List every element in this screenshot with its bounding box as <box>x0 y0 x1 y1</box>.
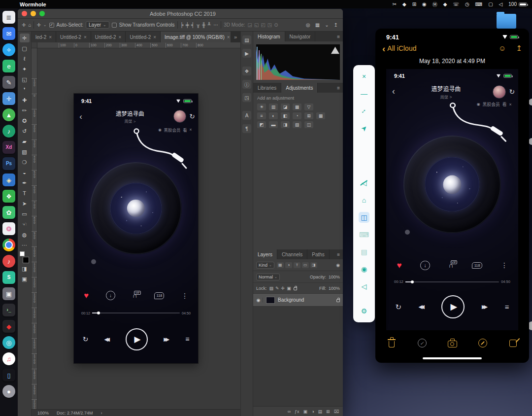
layer-effects-icon[interactable]: ƒx <box>295 409 299 414</box>
volume-icon[interactable]: ◁ <box>359 281 369 292</box>
align-bottom-icon[interactable]: ╨ <box>207 22 211 28</box>
comments-button[interactable]: 118 <box>154 292 164 299</box>
close-tab-icon[interactable]: × <box>227 35 230 40</box>
panel-tab[interactable]: Layers <box>253 249 277 259</box>
dock-terminal[interactable]: ›_ <box>2 304 15 316</box>
3d-slide-icon[interactable]: ◳ <box>267 22 272 28</box>
edit-toolbar-icon[interactable]: ⋯ <box>20 241 30 249</box>
trash-icon[interactable] <box>385 337 398 349</box>
align-center-h-icon[interactable]: ╪ <box>186 22 189 28</box>
dodge-tool[interactable]: ◒ <box>20 168 30 177</box>
close-tab-icon[interactable]: × <box>84 35 87 40</box>
canvas-pasteboard[interactable]: 9:41 ‹ 遗梦追寻曲 <box>37 48 240 409</box>
screen-mirror-icon[interactable]: ◫ <box>359 212 369 223</box>
curves-icon[interactable]: ◪ <box>281 104 290 110</box>
selective-color-icon[interactable]: ◫ <box>304 121 313 128</box>
layer-name[interactable]: Background <box>278 297 333 303</box>
show-transform-checkbox[interactable] <box>112 23 117 28</box>
workspace-caret-icon[interactable]: ⌄ <box>325 22 329 28</box>
marquee-tool[interactable]: ▢ <box>20 44 30 53</box>
filter-smart-icon[interactable]: ◨ <box>310 262 317 268</box>
dock-netease-music[interactable]: ♪ <box>2 255 15 268</box>
document-tab[interactable]: led-2 × <box>32 32 56 42</box>
color-balance-icon[interactable]: ◐ <box>269 112 278 119</box>
opacity-value[interactable]: 100% <box>329 275 340 279</box>
phone-icon[interactable]: ☏ <box>453 1 459 7</box>
close-window-button[interactable] <box>22 11 27 16</box>
link-layers-icon[interactable]: ∞ <box>288 409 291 414</box>
vibrance-icon[interactable]: ▽ <box>304 104 313 110</box>
download-button[interactable]: ↓ <box>106 291 115 300</box>
home-icon[interactable]: ⌂ <box>359 195 369 206</box>
photo-view[interactable]: 9:41 ‹ 遗梦追寻曲 周棨 > ↻ <box>375 67 529 332</box>
sound-quality-button[interactable]: ∩VIP <box>133 292 137 299</box>
keyboard-icon[interactable]: ⌨ <box>359 229 369 240</box>
dock-wechat[interactable]: ❖ <box>2 190 15 203</box>
dock-gray-app[interactable]: ▣ <box>2 287 15 300</box>
channel-mixer-icon[interactable]: ⊞ <box>304 112 313 119</box>
photo-filter-icon[interactable]: ◔ <box>293 112 301 119</box>
scissors-icon[interactable]: ✂ <box>393 1 397 7</box>
quick-mask-icon[interactable]: ◨ <box>20 264 30 273</box>
eyedropper-tool[interactable]: ❜ <box>20 85 30 94</box>
dock-youdao[interactable]: ✿ <box>2 206 15 219</box>
clone-stamp-tool[interactable]: ✪ <box>20 116 30 125</box>
dock-photoshop[interactable]: Ps <box>2 157 15 170</box>
dock-teal-circle-app[interactable]: ◎ <box>2 336 15 349</box>
panel-menu-icon[interactable]: ≡ <box>334 34 343 39</box>
panel-menu-icon[interactable]: ≡ <box>334 85 343 91</box>
back-chevron-icon[interactable]: ‹ <box>382 44 385 53</box>
dock-green-circle-app[interactable]: ▲ <box>2 108 15 121</box>
move-tool[interactable]: ✛ <box>20 34 30 42</box>
3d-roll-icon[interactable]: ◱ <box>254 22 259 28</box>
document-tab[interactable]: Untitled-2 × <box>56 32 91 42</box>
history-brush-tool[interactable]: ↺ <box>20 127 30 136</box>
dock-notes[interactable]: ≣ <box>2 11 15 24</box>
canvas-image[interactable]: 9:41 ‹ 遗梦追寻曲 <box>74 94 198 363</box>
photo-image[interactable]: 9:41 ‹ 遗梦追寻曲 周棨 > ↻ <box>386 69 518 330</box>
3d-pan-icon[interactable]: ◰ <box>261 22 265 28</box>
workspace-icon[interactable]: ▦ <box>315 22 320 28</box>
record-icon[interactable]: ◉ <box>422 1 427 7</box>
play-button[interactable]: ▶ <box>126 328 148 350</box>
layer-mask-icon[interactable]: ▣ <box>303 409 308 414</box>
actions-panel-icon[interactable]: ▶ <box>242 49 251 58</box>
pin-icon[interactable]: ➤ <box>356 120 371 136</box>
m-circle-icon[interactable]: Ⓜ <box>432 0 437 8</box>
lock-all-icon[interactable] <box>294 287 297 290</box>
paragraph-panel-icon[interactable]: ¶ <box>242 124 251 133</box>
playlist-button[interactable]: ≡ <box>185 335 189 343</box>
panel-tab[interactable]: Channels <box>277 249 307 259</box>
close-icon[interactable]: × <box>359 71 369 82</box>
ruler-corner[interactable] <box>32 42 37 48</box>
document-tab[interactable]: Untitled-2 × <box>126 32 161 42</box>
panel-tab[interactable]: Libraries <box>253 83 281 93</box>
zoom-level[interactable]: 100% <box>37 411 49 416</box>
black-white-icon[interactable]: ◧ <box>281 112 290 119</box>
menubar-app-name[interactable]: Wormhole <box>20 1 46 7</box>
dock-safari[interactable]: ✧ <box>2 43 15 56</box>
photoshop-titlebar[interactable]: Adobe Photoshop CC 2019 <box>18 9 343 19</box>
gradient-map-icon[interactable]: ▧ <box>293 121 301 128</box>
dock-music[interactable]: ♫ <box>2 352 15 365</box>
more-options-button[interactable]: ⋮ <box>181 292 188 300</box>
close-tab-icon[interactable]: × <box>49 35 52 40</box>
3d-scale-icon[interactable]: ⊙ <box>274 22 278 28</box>
screen-mode-icon[interactable]: ▣ <box>20 275 30 283</box>
share-icon[interactable]: ↥ <box>334 22 338 28</box>
hue-saturation-icon[interactable]: ≡ <box>257 112 266 119</box>
next-track-button[interactable]: ▶▶ <box>164 336 169 342</box>
file-transfer-icon[interactable]: ▤ <box>359 246 369 257</box>
background-color-swatch[interactable] <box>23 257 29 263</box>
posterize-icon[interactable]: ▬ <box>269 121 278 128</box>
dock-adobe-xd[interactable]: Xd <box>2 141 15 154</box>
compose-icon[interactable] <box>506 337 519 349</box>
notch-icon[interactable]: ◆ <box>402 1 406 7</box>
fullscreen-icon[interactable]: ↕ <box>356 103 371 118</box>
tool-preset-icon[interactable]: ✛ <box>22 22 26 28</box>
zoom-tool[interactable]: ◍ <box>20 230 30 239</box>
repeat-button[interactable]: ↻ <box>83 335 89 343</box>
panel-tab[interactable]: Adjustments <box>281 83 318 93</box>
minimize-window-button[interactable] <box>31 11 36 16</box>
dock-evernote[interactable]: e <box>2 60 15 72</box>
